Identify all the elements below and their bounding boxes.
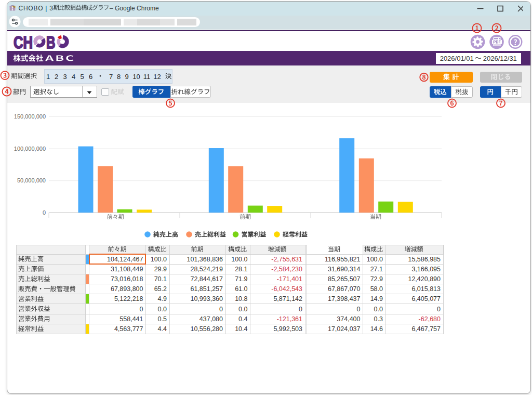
svg-text:CH: CH: [14, 33, 33, 50]
